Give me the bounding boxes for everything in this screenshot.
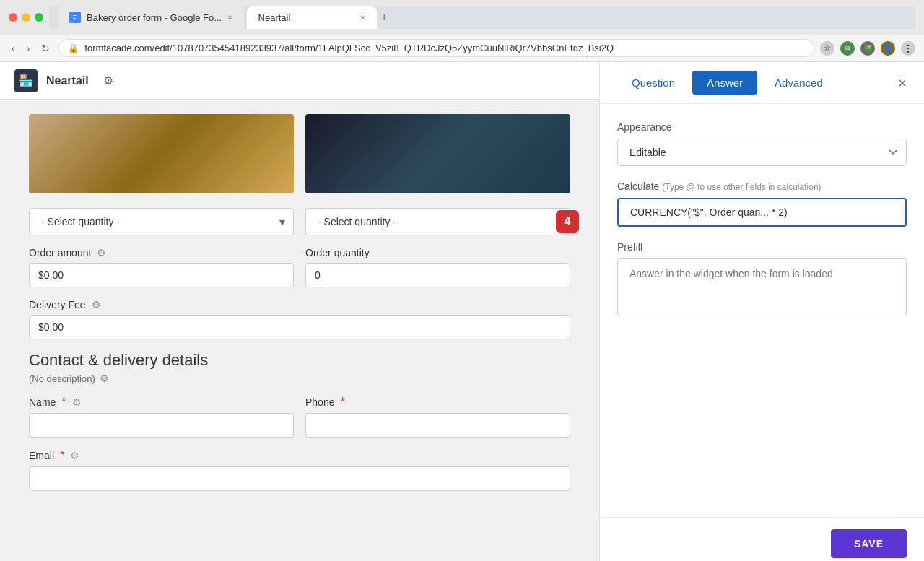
back-button[interactable]: ‹ bbox=[9, 40, 18, 57]
select-field-2: - Select quantity - ▾ 4 bbox=[305, 208, 570, 235]
url-bar[interactable]: 🔒 formfacade.com/edit/107870735454189233… bbox=[58, 39, 814, 57]
order-quantity-value: 0 bbox=[305, 263, 570, 287]
svg-rect-3 bbox=[73, 18, 76, 19]
extension-icon-1[interactable]: ✉ bbox=[840, 41, 855, 56]
tab-answer-button[interactable]: Answer bbox=[692, 71, 757, 95]
traffic-lights bbox=[9, 13, 43, 22]
panel-footer: SAVE bbox=[600, 517, 924, 561]
email-gear-icon[interactable]: ⚙ bbox=[70, 450, 79, 461]
svg-rect-2 bbox=[73, 17, 77, 17]
appearance-label: Appearance bbox=[617, 121, 907, 133]
order-quantity-label: Order quantity bbox=[305, 247, 370, 258]
svg-rect-1 bbox=[73, 15, 77, 16]
phone-section: Phone * bbox=[305, 396, 570, 438]
tabs-bar: Bakery order form - Google Fo... × Neart… bbox=[49, 6, 915, 29]
panel-close-button[interactable]: × bbox=[898, 76, 907, 90]
app-name: Neartail bbox=[46, 74, 89, 87]
settings-icon[interactable]: ⚙ bbox=[103, 74, 113, 87]
form-content: - Select quantity - ▾ - Select quantity … bbox=[0, 100, 599, 561]
toolbar-icons: ☆ ✉ 🧩 👤 ⋮ bbox=[820, 41, 915, 56]
name-required-asterisk: * bbox=[61, 396, 66, 409]
name-gear-icon[interactable]: ⚙ bbox=[72, 396, 82, 408]
select-quantity-row: - Select quantity - ▾ - Select quantity … bbox=[29, 208, 570, 235]
tab-label: Bakery order form - Google Fo... bbox=[87, 12, 222, 23]
tab-neartail[interactable]: Neartail × bbox=[247, 6, 377, 29]
image-left bbox=[29, 114, 294, 193]
minimize-traffic-light[interactable] bbox=[22, 13, 30, 22]
right-panel: Question Answer Advanced × Appearance Ed… bbox=[599, 62, 924, 561]
order-amount-gear-icon[interactable]: ⚙ bbox=[97, 247, 106, 258]
order-amount-label: Order amount bbox=[29, 247, 91, 258]
address-bar: ‹ › ↻ 🔒 formfacade.com/edit/107870735454… bbox=[0, 35, 924, 62]
calculate-hint: (Type @ to use other fields in calculati… bbox=[662, 182, 821, 192]
name-section: Name * ⚙ bbox=[29, 396, 294, 438]
logo-icon: 🏪 bbox=[19, 74, 33, 87]
panel-content: Appearance Editable Read-only Hidden Cal… bbox=[600, 104, 924, 517]
tab-question-button[interactable]: Question bbox=[617, 71, 689, 95]
profile-icon[interactable]: 👤 bbox=[881, 41, 895, 56]
order-amount-section: Order amount ⚙ $0.00 bbox=[29, 247, 294, 287]
save-button[interactable]: SAVE bbox=[831, 529, 907, 558]
maximize-traffic-light[interactable] bbox=[35, 13, 43, 22]
step-badge: 4 bbox=[556, 210, 579, 233]
forward-button[interactable]: › bbox=[24, 40, 33, 57]
phone-input[interactable] bbox=[305, 413, 570, 438]
phone-label: Phone bbox=[305, 396, 334, 408]
delivery-fee-gear-icon[interactable]: ⚙ bbox=[92, 299, 101, 310]
email-input[interactable] bbox=[29, 466, 570, 491]
select-quantity-2[interactable]: - Select quantity - bbox=[305, 208, 570, 235]
lock-icon: 🔒 bbox=[68, 43, 79, 53]
bookmark-icon[interactable]: ☆ bbox=[820, 41, 834, 56]
email-required-asterisk: * bbox=[60, 449, 64, 462]
app-layout: 🏪 Neartail ⚙ - Select quantity - ▾ bbox=[0, 62, 924, 561]
panel-header: Question Answer Advanced × bbox=[600, 62, 924, 104]
tab-advanced-button[interactable]: Advanced bbox=[760, 71, 837, 95]
email-label: Email bbox=[29, 450, 54, 461]
phone-required-asterisk: * bbox=[340, 396, 344, 409]
close-traffic-light[interactable] bbox=[9, 13, 17, 22]
menu-icon[interactable]: ⋮ bbox=[901, 41, 915, 56]
new-tab-button[interactable]: + bbox=[377, 6, 392, 28]
order-fields-row: Order amount ⚙ $0.00 Order quantity 0 bbox=[29, 247, 570, 299]
section-title: Contact & delivery details bbox=[29, 351, 570, 370]
delivery-fee-label: Delivery Fee bbox=[29, 299, 86, 310]
tab-google-forms[interactable]: Bakery order form - Google Fo... × bbox=[58, 6, 244, 29]
order-quantity-section: Order quantity 0 bbox=[305, 247, 570, 287]
prefill-textarea[interactable] bbox=[617, 258, 907, 316]
section-desc: (No description) ⚙ bbox=[29, 373, 570, 384]
delivery-fee-value: $0.00 bbox=[29, 315, 570, 339]
calculate-input[interactable] bbox=[617, 198, 907, 227]
delivery-fee-section: Delivery Fee ⚙ $0.00 bbox=[29, 299, 570, 339]
name-input[interactable] bbox=[29, 413, 294, 438]
appearance-select[interactable]: Editable Read-only Hidden bbox=[617, 139, 907, 166]
google-forms-icon bbox=[69, 12, 81, 23]
url-text: formfacade.com/edit/10787073545418923393… bbox=[84, 43, 614, 53]
select-quantity-1[interactable]: - Select quantity - bbox=[29, 208, 294, 235]
tab-neartail-close[interactable]: × bbox=[360, 13, 365, 22]
neartail-tab-label: Neartail bbox=[258, 12, 291, 23]
title-bar: Bakery order form - Google Fo... × Neart… bbox=[0, 0, 924, 35]
calculate-label: Calculate (Type @ to use other fields in… bbox=[617, 181, 907, 192]
section-gear-icon[interactable]: ⚙ bbox=[100, 373, 109, 384]
tab-close-button[interactable]: × bbox=[227, 13, 232, 22]
extension-icon-2[interactable]: 🧩 bbox=[860, 41, 875, 56]
app-header: 🏪 Neartail ⚙ bbox=[0, 62, 599, 100]
prefill-label: Prefill bbox=[617, 241, 907, 253]
image-right bbox=[305, 114, 570, 193]
name-phone-row: Name * ⚙ Phone * bbox=[29, 396, 570, 449]
image-row bbox=[29, 114, 570, 193]
contact-section: Contact & delivery details (No descripti… bbox=[29, 351, 570, 384]
browser-chrome: Bakery order form - Google Fo... × Neart… bbox=[0, 0, 924, 62]
select-field-1: - Select quantity - ▾ bbox=[29, 208, 294, 235]
email-section: Email * ⚙ bbox=[29, 449, 570, 491]
form-preview: 🏪 Neartail ⚙ - Select quantity - ▾ bbox=[0, 62, 599, 561]
name-label: Name bbox=[29, 396, 56, 408]
app-logo: 🏪 bbox=[14, 69, 38, 92]
order-amount-value: $0.00 bbox=[29, 263, 294, 287]
reload-button[interactable]: ↻ bbox=[38, 40, 53, 57]
